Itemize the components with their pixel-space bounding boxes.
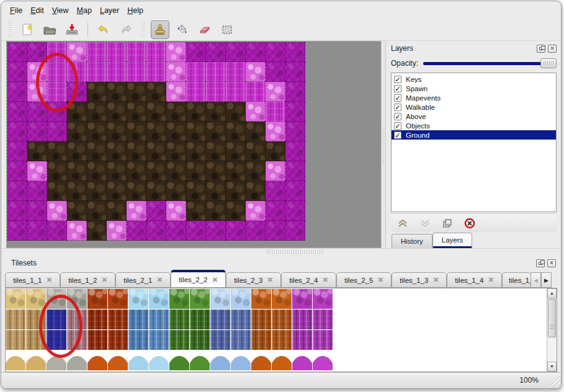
map-tile[interactable] [47, 201, 67, 221]
map-tile[interactable] [146, 122, 166, 141]
map-tile[interactable] [87, 42, 107, 62]
redo-button[interactable] [117, 20, 135, 39]
tileset-tile-pebble-orange[interactable] [251, 350, 271, 370]
tileset-tile-cell-purple[interactable] [292, 330, 312, 350]
map-tile[interactable] [285, 141, 305, 161]
map-tile[interactable] [87, 102, 107, 122]
tileset-tab-tiles_2_5[interactable]: tiles_2_5✕ [336, 272, 392, 288]
map-tile[interactable] [266, 42, 285, 62]
map-tile[interactable] [186, 221, 206, 241]
tab-close-icon[interactable]: ✕ [488, 276, 493, 284]
map-tile[interactable] [246, 122, 266, 141]
map-tile[interactable] [107, 161, 127, 181]
tileset-tile-vine-green[interactable] [190, 310, 210, 329]
tileset-tile-ice[interactable] [128, 289, 148, 309]
float-panel-button[interactable] [536, 259, 545, 267]
map-tile[interactable] [285, 181, 305, 201]
map-tile[interactable] [186, 141, 206, 161]
tileset-tile-cell-purple[interactable] [313, 330, 333, 350]
tileset-tile-vine-green[interactable] [190, 289, 210, 309]
tileset-tile-rock-mauve[interactable] [67, 350, 87, 370]
tab-close-icon[interactable]: ✕ [212, 276, 217, 284]
tileset-tile-lava[interactable] [108, 310, 128, 329]
tileset-tile-lava[interactable] [87, 310, 107, 329]
tileset-tile-sand[interactable] [6, 289, 25, 309]
tileset-view[interactable]: ▲ ▼ [5, 288, 557, 372]
tileset-tile-sand[interactable] [26, 310, 46, 329]
tab-close-icon[interactable]: ✕ [101, 276, 107, 284]
map-tile[interactable] [67, 161, 87, 181]
map-tile[interactable] [146, 221, 166, 241]
tileset-tile-sand[interactable] [6, 330, 25, 350]
map-tile[interactable] [266, 141, 285, 161]
tileset-tab-tiles_2_3[interactable]: tiles_2_3✕ [226, 272, 281, 288]
map-tile[interactable] [146, 42, 166, 62]
map-tile[interactable] [67, 62, 87, 82]
map-tile[interactable] [226, 42, 246, 62]
map-tile[interactable] [107, 102, 127, 122]
rect-select-tool-button[interactable] [218, 20, 236, 39]
tileset-tile-pebble-orange[interactable] [272, 350, 292, 370]
tileset-tab-tiles_1_2[interactable]: tiles_1_2✕ [60, 272, 115, 288]
map-tile[interactable] [47, 102, 67, 122]
map-tile[interactable] [87, 161, 107, 181]
map-tile[interactable] [27, 201, 47, 221]
map-tile[interactable] [246, 62, 266, 82]
tileset-tile-ice[interactable] [128, 350, 148, 370]
map-tile[interactable] [87, 122, 107, 141]
map-tile[interactable] [146, 161, 166, 181]
map-tile[interactable] [27, 122, 47, 141]
tileset-tile-ice[interactable] [149, 330, 169, 350]
map-tile[interactable] [107, 181, 127, 201]
save-file-button[interactable] [63, 20, 81, 39]
map-tile[interactable] [146, 102, 166, 122]
toolbar-grip-2[interactable] [141, 22, 145, 38]
map-tile[interactable] [206, 42, 226, 62]
tileset-tile-rock-selected[interactable] [47, 330, 66, 350]
undo-button[interactable] [94, 20, 113, 39]
map-tile[interactable] [206, 82, 226, 102]
map-tile[interactable] [67, 221, 87, 241]
menu-item-view[interactable]: View [52, 6, 69, 15]
dock-tab-history[interactable]: History [392, 234, 432, 248]
tab-scroll-right-button[interactable]: ▶ [541, 272, 552, 288]
map-tile[interactable] [285, 62, 305, 82]
tileset-tile-pebble-orange[interactable] [272, 330, 292, 350]
layer-row-spawn[interactable]: ✓Spawn [392, 84, 556, 93]
menu-item-file[interactable]: File [10, 6, 22, 15]
float-panel-button[interactable] [537, 45, 545, 53]
map-tile[interactable] [7, 181, 27, 201]
map-tile[interactable] [67, 82, 87, 102]
tab-close-icon[interactable]: ✕ [432, 276, 438, 284]
menu-item-edit[interactable]: Edit [30, 6, 44, 15]
close-panel-button[interactable]: ✕ [547, 259, 556, 267]
opacity-slider[interactable] [423, 58, 557, 68]
map-tile[interactable] [206, 201, 226, 221]
map-tile[interactable] [27, 62, 47, 82]
eraser-tool-button[interactable] [195, 20, 214, 39]
map-tile[interactable] [166, 122, 186, 141]
map-tile[interactable] [186, 102, 206, 122]
map-tile[interactable] [127, 221, 146, 241]
map-canvas[interactable] [7, 42, 305, 241]
menu-item-layer[interactable]: Layer [100, 6, 119, 15]
map-tile[interactable] [226, 161, 246, 181]
layer-visibility-checkbox[interactable]: ✓ [394, 131, 401, 139]
map-tile[interactable] [246, 201, 266, 221]
duplicate-layer-button[interactable] [442, 218, 453, 229]
layer-visibility-checkbox[interactable]: ✓ [394, 85, 401, 92]
tileset-tile-pebble-orange[interactable] [272, 310, 292, 329]
map-tile[interactable] [7, 161, 27, 181]
tileset-tab-tiles_1_4[interactable]: tiles_1_4✕ [447, 272, 502, 288]
map-tile[interactable] [206, 102, 226, 122]
map-tile[interactable] [47, 42, 67, 62]
layer-visibility-checkbox[interactable]: ✓ [394, 113, 401, 120]
new-file-button[interactable] [18, 20, 37, 39]
tileset-tile-vine-green[interactable] [169, 330, 189, 350]
layer-row-above[interactable]: ✓Above [392, 112, 556, 121]
map-tile[interactable] [47, 161, 67, 181]
tab-close-icon[interactable]: ✕ [156, 276, 162, 284]
layer-visibility-checkbox[interactable]: ✓ [394, 122, 401, 130]
tab-close-icon[interactable]: ✕ [377, 276, 383, 284]
vertical-splitter[interactable] [381, 41, 386, 248]
